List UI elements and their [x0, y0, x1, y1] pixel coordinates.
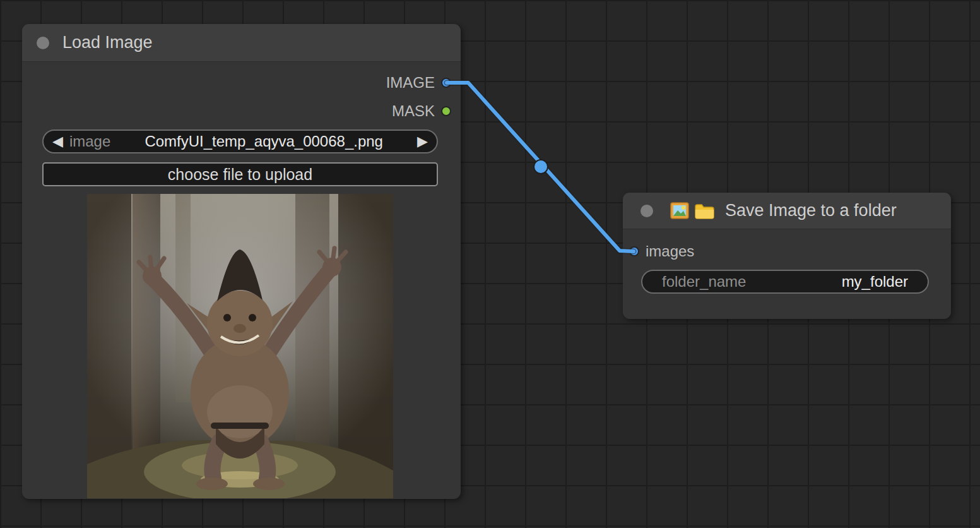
- title-icons: [670, 202, 714, 219]
- output-slot-image[interactable]: IMAGE: [386, 76, 451, 90]
- input-dot-images[interactable]: [629, 246, 639, 256]
- collapse-dot[interactable]: [37, 37, 49, 49]
- upload-button[interactable]: choose file to upload: [42, 162, 438, 186]
- folder-icon: [694, 203, 714, 219]
- troll-preview-art: [87, 194, 393, 498]
- image-combo-label: image: [69, 133, 110, 150]
- image-preview: [87, 194, 393, 498]
- save-node-title-bar[interactable]: Save Image to a folder: [623, 193, 951, 229]
- image-combo-value[interactable]: ComfyUI_temp_aqyva_00068_.png: [110, 133, 417, 150]
- prev-arrow-icon[interactable]: ◀: [52, 135, 63, 148]
- folder-name-label: folder_name: [662, 273, 746, 291]
- input-slot-images[interactable]: images: [629, 244, 694, 258]
- output-dot-image[interactable]: [441, 78, 451, 88]
- link-image-to-images-core: [447, 83, 634, 251]
- output-dot-mask[interactable]: [441, 106, 451, 116]
- link-image-to-images: [447, 83, 634, 251]
- node-save-image[interactable]: Save Image to a folder images folder_nam…: [623, 193, 951, 319]
- save-node-title: Save Image to a folder: [725, 201, 897, 220]
- image-combo-widget[interactable]: ◀ image ComfyUI_temp_aqyva_00068_.png ▶: [42, 129, 438, 153]
- link-midpoint-dot[interactable]: [534, 160, 548, 174]
- collapse-dot[interactable]: [641, 205, 653, 217]
- load-image-title-bar[interactable]: Load Image: [22, 24, 461, 62]
- folder-name-widget[interactable]: folder_name my_folder: [641, 270, 929, 294]
- output-label-image: IMAGE: [386, 74, 435, 92]
- picture-icon: [670, 202, 689, 219]
- output-label-mask: MASK: [392, 102, 435, 120]
- folder-name-value[interactable]: my_folder: [842, 273, 908, 291]
- node-load-image[interactable]: Load Image IMAGE MASK ◀ image ComfyUI_te…: [22, 24, 461, 499]
- output-slot-mask[interactable]: MASK: [392, 104, 451, 118]
- next-arrow-icon[interactable]: ▶: [417, 135, 428, 148]
- input-label-images: images: [646, 243, 694, 260]
- load-image-title: Load Image: [62, 33, 153, 52]
